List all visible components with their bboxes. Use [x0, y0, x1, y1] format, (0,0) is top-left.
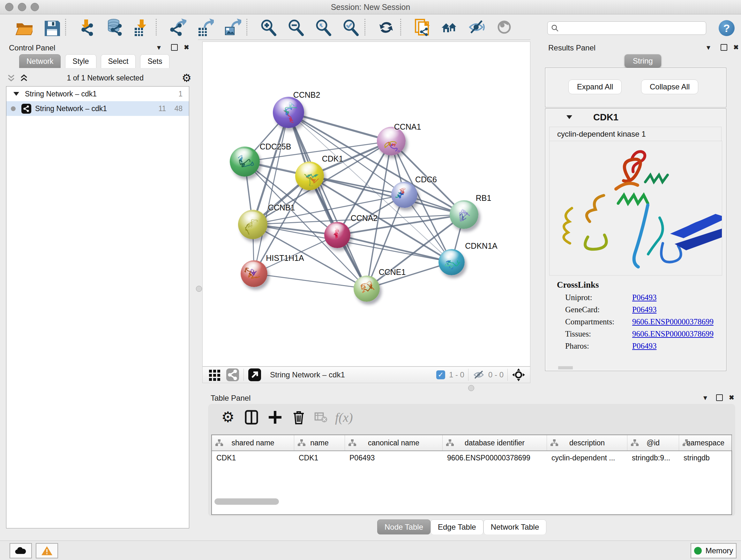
tab-network-table[interactable]: Network Table: [483, 519, 547, 535]
tab-edge-table[interactable]: Edge Table: [430, 519, 483, 535]
table-panel-close-icon[interactable]: ✖: [729, 394, 734, 401]
show-all-icon[interactable]: [495, 18, 513, 36]
main-toolbar: ?: [0, 14, 741, 40]
delete-table-icon[interactable]: [314, 409, 328, 426]
collapse-all-button[interactable]: Collapse All: [641, 79, 698, 94]
refresh-icon[interactable]: [377, 18, 395, 36]
network-edge[interactable]: [254, 273, 367, 289]
zoom-out-icon[interactable]: [286, 18, 305, 36]
tab-string[interactable]: String: [624, 54, 661, 68]
zoom-in-icon[interactable]: [259, 18, 277, 36]
zoom-fit-icon[interactable]: [314, 18, 332, 36]
node-ccne1[interactable]: [354, 275, 380, 302]
crosslink-link[interactable]: P06493: [632, 293, 657, 302]
search-input[interactable]: [559, 23, 697, 33]
hidden-elements-eye-icon[interactable]: [472, 369, 485, 380]
node-ccna2[interactable]: [324, 222, 350, 248]
gene-card-header[interactable]: CDK1: [545, 109, 726, 125]
table-horizontal-scrollbar[interactable]: [214, 498, 279, 505]
expand-all-button[interactable]: Expand All: [568, 79, 622, 94]
open-icon[interactable]: [15, 18, 32, 36]
network-canvas[interactable]: CCNB2CCNA1CDC25BCDK1CDC6RB1CCNB1CCNA2CDK…: [202, 42, 530, 367]
control-panel-collapse-icon[interactable]: ▼: [156, 44, 162, 51]
search-box[interactable]: [547, 21, 706, 35]
crosslink-label: Uniprot:: [565, 293, 632, 302]
network-edge[interactable]: [254, 112, 288, 273]
export-table-icon[interactable]: [196, 18, 214, 36]
tab-network[interactable]: Network: [19, 54, 61, 68]
network-options-gear-icon[interactable]: ⚙: [182, 71, 192, 84]
zoom-selected-icon[interactable]: [341, 18, 359, 36]
crosslinks-heading: CrossLinks: [557, 280, 722, 290]
column-header-canonical-name[interactable]: canonical name: [345, 435, 443, 450]
table-panel-float-icon[interactable]: [716, 394, 723, 401]
node-cdc25b[interactable]: [230, 146, 260, 177]
import-network-icon[interactable]: [78, 18, 96, 36]
column-header-namespace[interactable]: namespace: [679, 435, 732, 450]
node-cdk1[interactable]: [295, 162, 324, 190]
toolbar-separator: [156, 19, 157, 36]
collapse-all-chevron-icon[interactable]: [6, 73, 16, 83]
string-import-icon[interactable]: [413, 18, 431, 36]
network-collection-row[interactable]: String Network – cdk1 1: [6, 86, 189, 101]
column-header-database-identifier[interactable]: database identifier: [443, 435, 547, 450]
network-edge[interactable]: [337, 235, 452, 262]
table-row[interactable]: CDK1CDK1P064939606.ENSP00000378699cyclin…: [212, 451, 731, 466]
results-panel-close-icon[interactable]: ✖: [733, 44, 739, 51]
node-cdc6[interactable]: [391, 182, 417, 208]
selected-nodes-checkbox[interactable]: ✓: [436, 370, 445, 379]
save-icon[interactable]: [42, 18, 60, 36]
tab-style[interactable]: Style: [65, 54, 96, 68]
node-rb1[interactable]: [450, 200, 478, 229]
crosslink-link[interactable]: P06493: [632, 305, 657, 314]
memory-button[interactable]: Memory: [690, 543, 737, 558]
import-database-icon[interactable]: [105, 18, 123, 36]
control-panel-float-icon[interactable]: [171, 44, 178, 51]
add-column-icon[interactable]: [267, 409, 283, 426]
show-columns-icon[interactable]: [243, 409, 260, 426]
import-table-icon[interactable]: [133, 18, 151, 36]
network-tree: String Network – cdk1 1 String Network –…: [6, 86, 189, 528]
node-ccnb1[interactable]: [238, 210, 267, 239]
export-network-icon[interactable]: [169, 18, 186, 36]
node-ccnb2[interactable]: [273, 97, 304, 128]
tab-sets[interactable]: Sets: [140, 54, 170, 68]
column-header-name[interactable]: name: [294, 435, 345, 450]
tab-select[interactable]: Select: [101, 54, 136, 68]
tree-expand-triangle-icon[interactable]: [13, 92, 19, 96]
bottom-splitter-handle[interactable]: [468, 385, 474, 391]
crosslink-link[interactable]: P06493: [632, 341, 657, 351]
function-builder-icon[interactable]: f(x): [335, 410, 353, 425]
grid-view-icon[interactable]: [208, 368, 222, 382]
crosslink-link[interactable]: 9606.ENSP00000378699: [632, 329, 714, 338]
node-cdkn1a[interactable]: [439, 249, 465, 275]
network-share-gray-icon[interactable]: [226, 368, 240, 382]
node-hist1h1a[interactable]: [241, 260, 267, 287]
control-panel-close-icon[interactable]: ✖: [184, 44, 189, 51]
search-icon: [551, 24, 559, 32]
home-networks-icon[interactable]: [441, 18, 458, 36]
crosslink-link[interactable]: 9606.ENSP00000378699: [632, 317, 714, 326]
warning-status-button[interactable]: [36, 543, 58, 558]
column-header--id[interactable]: @id: [627, 435, 679, 450]
table-panel-collapse-icon[interactable]: ▼: [702, 394, 709, 401]
open-in-window-icon[interactable]: [248, 368, 262, 382]
cloud-status-button[interactable]: [10, 543, 32, 558]
results-panel-float-icon[interactable]: [721, 44, 727, 51]
gene-collapse-triangle-icon[interactable]: [566, 115, 572, 119]
expand-all-chevron-icon[interactable]: [19, 73, 29, 83]
delete-column-trash-icon[interactable]: [290, 409, 307, 426]
tab-node-table[interactable]: Node Table: [377, 519, 430, 535]
export-image-icon[interactable]: [223, 18, 241, 36]
table-settings-gear-icon[interactable]: ⚙: [219, 409, 236, 426]
hide-selected-icon[interactable]: [468, 18, 486, 36]
help-button[interactable]: ?: [719, 20, 735, 36]
network-row[interactable]: String Network – cdk1 11 48: [6, 101, 189, 116]
left-splitter-handle[interactable]: [196, 286, 202, 292]
column-header-shared-name[interactable]: shared name: [212, 435, 294, 450]
table-cell: 9606.ENSP00000378699: [443, 451, 547, 466]
results-panel-collapse-icon[interactable]: ▼: [705, 44, 712, 51]
fit-selected-crosshair-icon[interactable]: [512, 368, 526, 382]
gene-card-scrollbar[interactable]: [558, 366, 573, 369]
column-header-description[interactable]: description: [547, 435, 627, 450]
